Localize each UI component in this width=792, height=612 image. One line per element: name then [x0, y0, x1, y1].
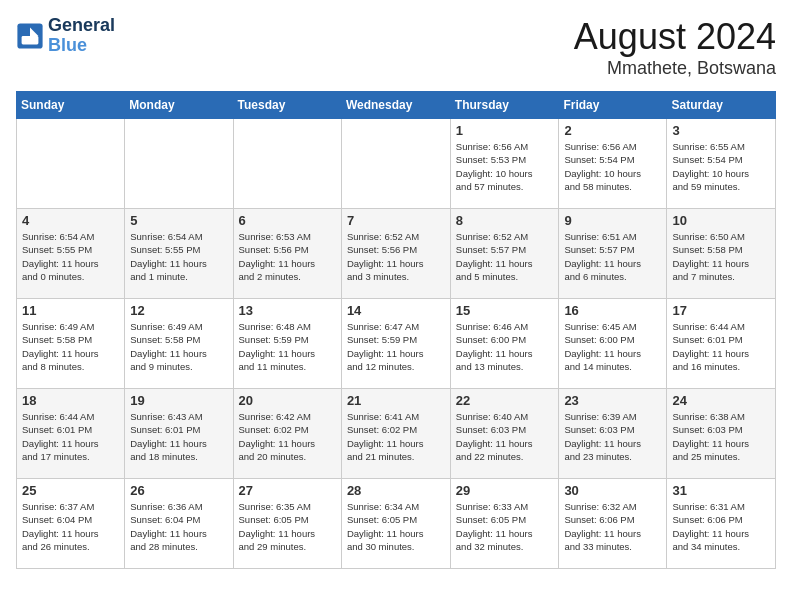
calendar-cell — [17, 119, 125, 209]
day-number: 5 — [130, 213, 227, 228]
day-number: 10 — [672, 213, 770, 228]
calendar-cell: 5Sunrise: 6:54 AM Sunset: 5:55 PM Daylig… — [125, 209, 233, 299]
logo-icon — [16, 22, 44, 50]
calendar-cell: 30Sunrise: 6:32 AM Sunset: 6:06 PM Dayli… — [559, 479, 667, 569]
calendar-cell: 23Sunrise: 6:39 AM Sunset: 6:03 PM Dayli… — [559, 389, 667, 479]
day-number: 27 — [239, 483, 336, 498]
calendar-cell: 22Sunrise: 6:40 AM Sunset: 6:03 PM Dayli… — [450, 389, 559, 479]
weekday-header-row: SundayMondayTuesdayWednesdayThursdayFrid… — [17, 92, 776, 119]
calendar-week-row: 11Sunrise: 6:49 AM Sunset: 5:58 PM Dayli… — [17, 299, 776, 389]
day-info: Sunrise: 6:31 AM Sunset: 6:06 PM Dayligh… — [672, 500, 770, 553]
calendar-cell: 10Sunrise: 6:50 AM Sunset: 5:58 PM Dayli… — [667, 209, 776, 299]
calendar-cell: 25Sunrise: 6:37 AM Sunset: 6:04 PM Dayli… — [17, 479, 125, 569]
calendar-cell: 20Sunrise: 6:42 AM Sunset: 6:02 PM Dayli… — [233, 389, 341, 479]
calendar-cell: 12Sunrise: 6:49 AM Sunset: 5:58 PM Dayli… — [125, 299, 233, 389]
calendar-cell: 29Sunrise: 6:33 AM Sunset: 6:05 PM Dayli… — [450, 479, 559, 569]
day-number: 31 — [672, 483, 770, 498]
calendar-cell — [233, 119, 341, 209]
logo-text: GeneralBlue — [48, 16, 115, 56]
day-number: 23 — [564, 393, 661, 408]
calendar-cell: 19Sunrise: 6:43 AM Sunset: 6:01 PM Dayli… — [125, 389, 233, 479]
day-number: 19 — [130, 393, 227, 408]
calendar-cell: 4Sunrise: 6:54 AM Sunset: 5:55 PM Daylig… — [17, 209, 125, 299]
day-info: Sunrise: 6:38 AM Sunset: 6:03 PM Dayligh… — [672, 410, 770, 463]
day-info: Sunrise: 6:48 AM Sunset: 5:59 PM Dayligh… — [239, 320, 336, 373]
day-number: 25 — [22, 483, 119, 498]
calendar-cell: 7Sunrise: 6:52 AM Sunset: 5:56 PM Daylig… — [341, 209, 450, 299]
day-number: 14 — [347, 303, 445, 318]
calendar-cell: 1Sunrise: 6:56 AM Sunset: 5:53 PM Daylig… — [450, 119, 559, 209]
day-info: Sunrise: 6:54 AM Sunset: 5:55 PM Dayligh… — [22, 230, 119, 283]
day-info: Sunrise: 6:42 AM Sunset: 6:02 PM Dayligh… — [239, 410, 336, 463]
weekday-header-cell: Saturday — [667, 92, 776, 119]
day-number: 6 — [239, 213, 336, 228]
day-number: 13 — [239, 303, 336, 318]
day-number: 21 — [347, 393, 445, 408]
day-info: Sunrise: 6:56 AM Sunset: 5:54 PM Dayligh… — [564, 140, 661, 193]
page-header: GeneralBlue August 2024 Mmathete, Botswa… — [16, 16, 776, 79]
day-info: Sunrise: 6:49 AM Sunset: 5:58 PM Dayligh… — [130, 320, 227, 373]
weekday-header-cell: Monday — [125, 92, 233, 119]
calendar-cell: 28Sunrise: 6:34 AM Sunset: 6:05 PM Dayli… — [341, 479, 450, 569]
day-info: Sunrise: 6:44 AM Sunset: 6:01 PM Dayligh… — [22, 410, 119, 463]
calendar-week-row: 4Sunrise: 6:54 AM Sunset: 5:55 PM Daylig… — [17, 209, 776, 299]
day-info: Sunrise: 6:41 AM Sunset: 6:02 PM Dayligh… — [347, 410, 445, 463]
calendar-cell: 18Sunrise: 6:44 AM Sunset: 6:01 PM Dayli… — [17, 389, 125, 479]
title-block: August 2024 Mmathete, Botswana — [574, 16, 776, 79]
day-info: Sunrise: 6:52 AM Sunset: 5:56 PM Dayligh… — [347, 230, 445, 283]
day-number: 1 — [456, 123, 554, 138]
day-number: 2 — [564, 123, 661, 138]
calendar-body: 1Sunrise: 6:56 AM Sunset: 5:53 PM Daylig… — [17, 119, 776, 569]
day-info: Sunrise: 6:54 AM Sunset: 5:55 PM Dayligh… — [130, 230, 227, 283]
day-info: Sunrise: 6:40 AM Sunset: 6:03 PM Dayligh… — [456, 410, 554, 463]
day-number: 20 — [239, 393, 336, 408]
day-info: Sunrise: 6:34 AM Sunset: 6:05 PM Dayligh… — [347, 500, 445, 553]
day-number: 28 — [347, 483, 445, 498]
day-number: 18 — [22, 393, 119, 408]
month-title: August 2024 — [574, 16, 776, 58]
weekday-header-cell: Tuesday — [233, 92, 341, 119]
calendar-cell: 15Sunrise: 6:46 AM Sunset: 6:00 PM Dayli… — [450, 299, 559, 389]
calendar-cell: 16Sunrise: 6:45 AM Sunset: 6:00 PM Dayli… — [559, 299, 667, 389]
day-number: 3 — [672, 123, 770, 138]
day-info: Sunrise: 6:36 AM Sunset: 6:04 PM Dayligh… — [130, 500, 227, 553]
day-info: Sunrise: 6:47 AM Sunset: 5:59 PM Dayligh… — [347, 320, 445, 373]
day-number: 24 — [672, 393, 770, 408]
day-info: Sunrise: 6:51 AM Sunset: 5:57 PM Dayligh… — [564, 230, 661, 283]
day-number: 4 — [22, 213, 119, 228]
calendar-cell: 2Sunrise: 6:56 AM Sunset: 5:54 PM Daylig… — [559, 119, 667, 209]
day-info: Sunrise: 6:50 AM Sunset: 5:58 PM Dayligh… — [672, 230, 770, 283]
day-info: Sunrise: 6:45 AM Sunset: 6:00 PM Dayligh… — [564, 320, 661, 373]
calendar-cell — [341, 119, 450, 209]
day-info: Sunrise: 6:46 AM Sunset: 6:00 PM Dayligh… — [456, 320, 554, 373]
calendar-cell: 13Sunrise: 6:48 AM Sunset: 5:59 PM Dayli… — [233, 299, 341, 389]
weekday-header-cell: Sunday — [17, 92, 125, 119]
calendar-cell: 9Sunrise: 6:51 AM Sunset: 5:57 PM Daylig… — [559, 209, 667, 299]
weekday-header-cell: Wednesday — [341, 92, 450, 119]
calendar-cell: 6Sunrise: 6:53 AM Sunset: 5:56 PM Daylig… — [233, 209, 341, 299]
day-info: Sunrise: 6:53 AM Sunset: 5:56 PM Dayligh… — [239, 230, 336, 283]
calendar-cell: 11Sunrise: 6:49 AM Sunset: 5:58 PM Dayli… — [17, 299, 125, 389]
day-info: Sunrise: 6:49 AM Sunset: 5:58 PM Dayligh… — [22, 320, 119, 373]
calendar-cell: 14Sunrise: 6:47 AM Sunset: 5:59 PM Dayli… — [341, 299, 450, 389]
calendar-cell: 24Sunrise: 6:38 AM Sunset: 6:03 PM Dayli… — [667, 389, 776, 479]
day-number: 26 — [130, 483, 227, 498]
day-number: 15 — [456, 303, 554, 318]
calendar-cell: 27Sunrise: 6:35 AM Sunset: 6:05 PM Dayli… — [233, 479, 341, 569]
calendar-cell: 31Sunrise: 6:31 AM Sunset: 6:06 PM Dayli… — [667, 479, 776, 569]
calendar-cell: 8Sunrise: 6:52 AM Sunset: 5:57 PM Daylig… — [450, 209, 559, 299]
calendar-cell — [125, 119, 233, 209]
day-number: 12 — [130, 303, 227, 318]
day-info: Sunrise: 6:55 AM Sunset: 5:54 PM Dayligh… — [672, 140, 770, 193]
location-title: Mmathete, Botswana — [574, 58, 776, 79]
day-info: Sunrise: 6:39 AM Sunset: 6:03 PM Dayligh… — [564, 410, 661, 463]
calendar-cell: 3Sunrise: 6:55 AM Sunset: 5:54 PM Daylig… — [667, 119, 776, 209]
calendar-table: SundayMondayTuesdayWednesdayThursdayFrid… — [16, 91, 776, 569]
calendar-cell: 26Sunrise: 6:36 AM Sunset: 6:04 PM Dayli… — [125, 479, 233, 569]
calendar-week-row: 1Sunrise: 6:56 AM Sunset: 5:53 PM Daylig… — [17, 119, 776, 209]
day-info: Sunrise: 6:43 AM Sunset: 6:01 PM Dayligh… — [130, 410, 227, 463]
weekday-header-cell: Thursday — [450, 92, 559, 119]
day-info: Sunrise: 6:37 AM Sunset: 6:04 PM Dayligh… — [22, 500, 119, 553]
day-info: Sunrise: 6:52 AM Sunset: 5:57 PM Dayligh… — [456, 230, 554, 283]
day-info: Sunrise: 6:32 AM Sunset: 6:06 PM Dayligh… — [564, 500, 661, 553]
